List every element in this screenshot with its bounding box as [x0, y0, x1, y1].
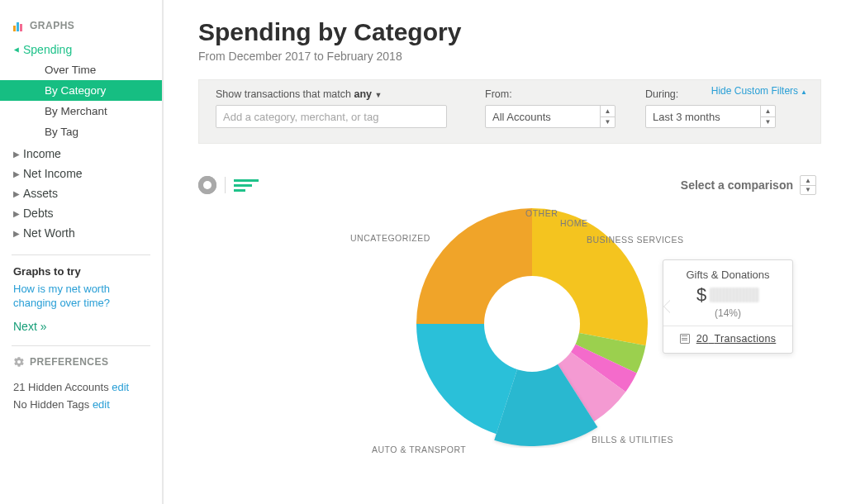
sidebar-preferences-header: PREFERENCES — [0, 356, 162, 376]
match-input[interactable] — [223, 111, 440, 123]
divider — [12, 345, 150, 346]
from-value: All Accounts — [492, 111, 608, 123]
list-icon — [680, 334, 690, 344]
caret-right-icon: ▶ — [13, 209, 20, 218]
sidebar-item-by-tag[interactable]: By Tag — [0, 121, 162, 142]
during-value: Last 3 months — [653, 111, 768, 123]
gear-icon — [13, 356, 25, 368]
graphs-header-label: GRAPHS — [30, 20, 74, 31]
sidebar-item-assets[interactable]: ▶ Assets — [0, 183, 162, 203]
graphs-to-try-heading: Graphs to try — [13, 265, 149, 278]
preferences-header-label: PREFERENCES — [30, 356, 109, 368]
sidebar-item-net-income[interactable]: ▶ Net Income — [0, 164, 162, 183]
sidebar-income-label: Income — [23, 147, 61, 160]
match-mode: any — [354, 88, 372, 100]
sidebar-spending-label: Spending — [23, 43, 72, 56]
sidebar-debts-label: Debts — [23, 207, 54, 220]
chart-label-other: OTHER — [525, 208, 558, 218]
transactions-link[interactable]: 20 Transactions — [696, 333, 777, 345]
sidebar-item-by-merchant[interactable]: By Merchant — [0, 101, 162, 121]
page-title: Spending by Category — [198, 18, 821, 46]
chart-label-business: BUSINESS SERVICES — [587, 235, 683, 245]
svg-point-0 — [484, 276, 580, 372]
chart-toolbar: Select a comparison ▲▼ — [198, 175, 821, 195]
hidden-tags-edit[interactable]: edit — [93, 398, 110, 411]
sidebar-item-by-category[interactable]: By Category — [0, 80, 162, 101]
tooltip-percent: (14%) — [673, 307, 782, 319]
sidebar-item-debts[interactable]: ▶ Debts — [0, 203, 162, 223]
caret-right-icon: ▶ — [13, 169, 20, 178]
caret-down-icon: ▼ — [12, 45, 21, 54]
chevron-down-icon: ▼ — [375, 91, 383, 99]
comparison-label: Select a comparison — [681, 178, 793, 192]
graphs-to-try: Graphs to try How is my net worth changi… — [0, 265, 162, 334]
stepper-icon[interactable]: ▲▼ — [800, 175, 816, 195]
transactions-label: Transactions — [715, 333, 777, 345]
transactions-count: 20 — [696, 333, 709, 345]
sidebar-net-income-label: Net Income — [23, 167, 83, 180]
bar-view-icon[interactable] — [234, 179, 259, 192]
redacted-amount — [710, 288, 759, 302]
caret-right-icon: ▶ — [13, 150, 20, 159]
hidden-accounts-edit[interactable]: edit — [112, 381, 129, 393]
chart-label-auto: AUTO & TRANSPORT — [372, 445, 466, 454]
graphs-to-try-link[interactable]: How is my net worth changing over time? — [13, 283, 149, 311]
divider — [12, 254, 150, 255]
main-content: Spending by Category From December 2017 … — [164, 0, 846, 504]
sidebar-graphs-header: GRAPHS — [0, 17, 162, 40]
stepper-icon[interactable]: ▲▼ — [600, 106, 615, 127]
sidebar: GRAPHS ▼ Spending Over Time By Category … — [0, 0, 164, 504]
triangle-up-icon: ▲ — [801, 88, 807, 96]
pie-view-icon[interactable] — [198, 176, 216, 194]
hidden-tags-text: No Hidden Tags — [13, 398, 89, 411]
caret-right-icon: ▶ — [13, 229, 20, 238]
match-prefix: Show transactions that match — [216, 88, 351, 100]
preferences: 21 Hidden Accounts edit No Hidden Tags e… — [0, 376, 162, 416]
sidebar-item-spending[interactable]: ▼ Spending — [0, 40, 162, 59]
stepper-icon[interactable]: ▲▼ — [760, 106, 775, 127]
match-filter-label[interactable]: Show transactions that match any ▼ — [216, 88, 447, 100]
from-select[interactable]: All Accounts ▲▼ — [485, 105, 615, 128]
chart-label-uncategorized: UNCATEGORIZED — [350, 233, 430, 243]
from-filter-label: From: — [485, 88, 615, 100]
filter-bar: Hide Custom Filters▲ Show transactions t… — [198, 79, 821, 144]
sidebar-item-income[interactable]: ▶ Income — [0, 144, 162, 164]
match-input-wrapper[interactable] — [216, 105, 447, 128]
hide-filters-text: Hide Custom Filters — [711, 85, 798, 97]
sidebar-item-net-worth[interactable]: ▶ Net Worth — [0, 223, 162, 243]
tooltip-category: Gifts & Donations — [673, 269, 782, 281]
divider — [663, 326, 792, 326]
tooltip-currency: $ — [696, 284, 706, 306]
hidden-accounts-text: 21 Hidden Accounts — [13, 381, 109, 393]
during-select[interactable]: Last 3 months ▲▼ — [645, 105, 776, 128]
chart-label-bills: BILLS & UTILITIES — [592, 435, 673, 445]
chart-label-home: HOME — [560, 218, 588, 228]
sidebar-item-over-time[interactable]: Over Time — [0, 59, 162, 80]
caret-right-icon: ▶ — [13, 189, 20, 198]
slice-tooltip: Gifts & Donations $ (14%) 20 Transaction… — [663, 259, 793, 354]
divider — [225, 177, 226, 193]
chart-area: UNCATEGORIZED OTHER HOME BUSINESS SERVIC… — [198, 200, 821, 473]
graphs-to-try-next[interactable]: Next » — [13, 319, 149, 334]
tooltip-transactions[interactable]: 20 Transactions — [673, 333, 782, 345]
sidebar-assets-label: Assets — [23, 187, 58, 200]
comparison-selector[interactable]: Select a comparison ▲▼ — [681, 175, 816, 195]
sidebar-net-worth-label: Net Worth — [23, 226, 75, 240]
bar-chart-icon — [13, 20, 25, 31]
hide-custom-filters-link[interactable]: Hide Custom Filters▲ — [711, 85, 807, 97]
date-range: From December 2017 to February 2018 — [198, 50, 821, 63]
